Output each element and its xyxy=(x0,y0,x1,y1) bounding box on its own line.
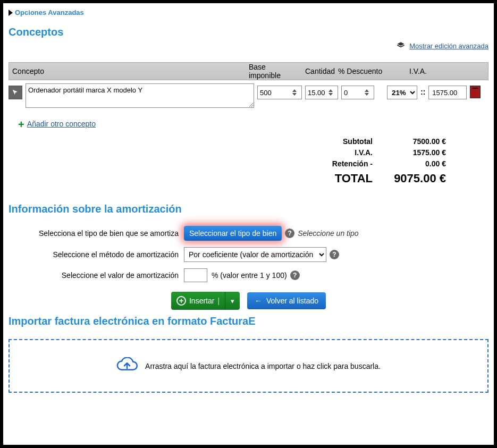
amort-value-label: Seleccione el valor de amortización xyxy=(9,271,184,280)
help-icon[interactable]: ? xyxy=(290,271,300,280)
amort-method-label: Seleccione el método de amortización xyxy=(9,250,184,259)
back-to-list-button[interactable]: ← Volver al listado xyxy=(247,292,326,309)
col-base: Base imponible xyxy=(246,63,302,80)
concept-description-input[interactable] xyxy=(26,83,254,108)
add-concept-row: + Añadir otro concepto xyxy=(18,119,488,131)
subtotal-value: 7500.00 € xyxy=(388,136,446,147)
col-iva: I.V.A. xyxy=(393,67,457,75)
quantity-input[interactable] xyxy=(306,86,327,99)
subtotal-label: Subtotal xyxy=(319,136,373,147)
col-cantidad: Cantidad xyxy=(302,67,335,75)
amort-type-label: Selecciona el tipo de bien que se amorti… xyxy=(9,229,184,238)
base-imponible-input[interactable] xyxy=(258,86,291,99)
advanced-options-label: Opciones Avanzadas xyxy=(15,9,84,16)
section-concepts-title: Conceptos xyxy=(9,26,488,38)
section-amort-title: Información sobre la amortización xyxy=(9,203,488,215)
help-icon[interactable]: ? xyxy=(330,250,339,259)
amort-value-input[interactable] xyxy=(184,268,207,282)
col-descuento: % Descuento xyxy=(335,67,393,75)
outer-frame: Opciones Avanzadas Conceptos Mostrar edi… xyxy=(0,0,497,448)
help-icon[interactable]: ? xyxy=(285,229,294,238)
retencion-value: 0.00 € xyxy=(388,158,446,170)
select-asset-type-button[interactable]: Seleccionar el tipo de bien xyxy=(184,226,282,241)
iva-select[interactable]: 21% xyxy=(387,86,417,99)
delete-row-button[interactable] xyxy=(470,86,481,98)
col-concepto: Concepto xyxy=(9,67,246,75)
discount-input-wrap[interactable] xyxy=(341,86,374,99)
discount-spinner[interactable] xyxy=(363,86,370,99)
qty-spinner[interactable] xyxy=(327,86,334,99)
insert-button-label: Insertar xyxy=(189,297,214,305)
iva-amount-input[interactable] xyxy=(428,86,467,99)
cloud-upload-icon xyxy=(116,357,138,375)
triangle-right-icon xyxy=(9,10,13,16)
total-value: 9075.00 € xyxy=(388,170,446,187)
concepts-table-header: Concepto Base imponible Cantidad % Descu… xyxy=(9,62,488,80)
iva-label: I.V.A. xyxy=(319,147,373,158)
insert-dropdown-button[interactable]: ▾ xyxy=(225,292,240,310)
page: Opciones Avanzadas Conceptos Mostrar edi… xyxy=(3,3,494,445)
arrow-left-icon: ← xyxy=(255,297,262,305)
add-concept-link[interactable]: Añadir otro concepto xyxy=(27,120,96,128)
advanced-options-toggle[interactable]: Opciones Avanzadas xyxy=(9,9,488,16)
base-imponible-input-wrap[interactable] xyxy=(257,86,302,99)
action-buttons-row: + Insertar | ▾ ← Volver al listado xyxy=(9,292,488,310)
show-advanced-edit-link[interactable]: Mostrar edición avanzada xyxy=(409,42,488,50)
discount-input[interactable] xyxy=(342,86,363,99)
amort-value-hint: % (valor entre 1 y 100) xyxy=(212,271,287,280)
totals-block: Subtotal 7500.00 € I.V.A. 1575.00 € Rete… xyxy=(9,136,488,187)
insert-button[interactable]: + Insertar | xyxy=(171,292,225,310)
total-label: TOTAL xyxy=(319,170,373,187)
amort-method-select[interactable]: Por coeficiente (valor de amortización a… xyxy=(184,247,326,262)
circle-plus-icon: + xyxy=(176,296,186,306)
dropzone-text: Arrastra aquí la factura electrónica a i… xyxy=(145,362,381,370)
base-spinner[interactable] xyxy=(291,86,298,99)
section-import-title: Importar factura electrónica en formato … xyxy=(9,315,488,327)
row-handle-icon[interactable] xyxy=(9,86,22,99)
quantity-input-wrap[interactable] xyxy=(305,86,338,99)
separator: :: xyxy=(420,88,425,96)
concept-row: 21% :: xyxy=(9,80,488,111)
insert-button-group: + Insertar | ▾ xyxy=(171,292,240,310)
select-type-hint: Seleccione un tipo xyxy=(298,229,358,238)
facturae-dropzone[interactable]: Arrastra aquí la factura electrónica a i… xyxy=(9,339,488,393)
back-button-label: Volver al listado xyxy=(266,297,318,305)
amort-form: Selecciona el tipo de bien que se amorti… xyxy=(9,226,488,310)
layers-icon xyxy=(397,41,405,52)
advanced-edit-row: Mostrar edición avanzada xyxy=(9,41,488,52)
plus-icon: + xyxy=(18,119,24,130)
iva-value: 1575.00 € xyxy=(388,147,446,158)
retencion-label: Retención - xyxy=(319,158,373,170)
